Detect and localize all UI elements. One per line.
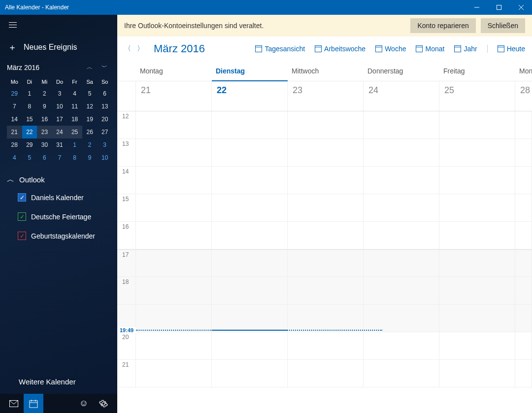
hour-cell[interactable]	[439, 360, 515, 387]
mini-day-cell[interactable]: 7	[52, 151, 67, 164]
hour-cell[interactable]	[364, 194, 439, 221]
day-header[interactable]: Mittwoch	[288, 61, 364, 81]
hour-cell[interactable]	[439, 194, 515, 221]
hour-row[interactable]: 13	[117, 139, 532, 167]
allday-cell-today[interactable]: 22	[212, 81, 288, 111]
mini-day-cell[interactable]: 9	[37, 100, 52, 113]
mini-day-cell[interactable]: 18	[67, 113, 82, 126]
hour-cell[interactable]	[439, 167, 515, 194]
hour-cell[interactable]	[364, 139, 439, 166]
allday-cell[interactable]: 21	[136, 81, 212, 111]
hour-cell[interactable]	[439, 332, 515, 359]
hour-cell[interactable]	[212, 277, 288, 304]
hour-cell[interactable]	[212, 111, 288, 138]
mini-day-cell[interactable]: 26	[82, 126, 98, 138]
mini-day-cell[interactable]: 5	[82, 87, 98, 100]
section-toggle[interactable]: ︿ Outlook	[7, 175, 110, 184]
repair-account-button[interactable]: Konto reparieren	[410, 18, 475, 33]
mini-day-cell[interactable]: 16	[37, 113, 52, 126]
hour-cell[interactable]	[439, 222, 515, 249]
time-grid[interactable]: 121314151617182021 19:49	[117, 111, 532, 413]
hour-cell[interactable]	[515, 360, 532, 387]
hour-cell[interactable]	[136, 277, 212, 304]
hour-cell[interactable]	[288, 167, 364, 194]
hour-cell[interactable]	[288, 139, 364, 166]
hour-cell[interactable]	[515, 167, 532, 194]
mini-day-cell[interactable]: 2	[37, 87, 52, 100]
mini-prev-icon[interactable]: ︿	[87, 63, 93, 71]
hour-cell[interactable]	[439, 111, 515, 138]
checkbox-icon[interactable]: ✓	[18, 193, 26, 202]
mini-day-cell[interactable]: 6	[97, 87, 112, 100]
week-view-button[interactable]: Woche	[375, 45, 406, 53]
hour-cell[interactable]	[515, 277, 532, 304]
hour-cell[interactable]	[515, 194, 532, 221]
day-header[interactable]: Donnerstag	[364, 61, 439, 81]
hour-cell[interactable]	[439, 139, 515, 166]
hour-cell[interactable]	[136, 139, 212, 166]
day-header[interactable]: Montag	[136, 61, 212, 81]
hour-row[interactable]: 12	[117, 111, 532, 139]
mini-next-icon[interactable]: ﹀	[101, 63, 107, 71]
mini-day-cell[interactable]: 7	[7, 100, 22, 113]
mini-day-cell[interactable]: 28	[7, 138, 22, 151]
mini-day-cell[interactable]: 1	[22, 87, 37, 100]
mini-day-cell[interactable]: 14	[7, 113, 22, 126]
mini-day-cell[interactable]: 31	[52, 138, 67, 151]
mini-day-cell[interactable]: 4	[67, 87, 82, 100]
hour-cell[interactable]	[364, 222, 439, 249]
hour-cell[interactable]	[288, 332, 364, 359]
hour-cell[interactable]	[212, 332, 288, 359]
mini-day-cell[interactable]: 19	[82, 113, 98, 126]
hour-cell[interactable]	[439, 277, 515, 304]
mini-day-cell[interactable]: 1	[67, 138, 82, 151]
hour-cell[interactable]	[212, 194, 288, 221]
next-period-button[interactable]: 〉	[137, 44, 144, 53]
hour-cell[interactable]	[136, 111, 212, 138]
day-header[interactable]: Freitag	[439, 61, 515, 81]
hour-cell[interactable]	[136, 222, 212, 249]
hour-cell[interactable]	[288, 250, 364, 276]
hour-cell[interactable]	[364, 360, 439, 387]
prev-period-button[interactable]: 〈	[124, 44, 131, 53]
mini-day-cell[interactable]: 11	[67, 100, 82, 113]
mini-day-cell[interactable]: 8	[67, 151, 82, 164]
hour-row[interactable]: 21	[117, 360, 532, 387]
hour-cell[interactable]	[288, 360, 364, 387]
hour-cell[interactable]	[212, 250, 288, 276]
close-notification-button[interactable]: Schließen	[481, 18, 525, 33]
hour-cell[interactable]	[288, 194, 364, 221]
mail-icon[interactable]	[4, 394, 24, 413]
checkbox-icon[interactable]: ✓	[18, 232, 26, 240]
mini-day-cell[interactable]: 17	[52, 113, 67, 126]
calendar-item[interactable]: ✓ Daniels Kalender	[18, 193, 110, 202]
mini-day-cell[interactable]: 13	[97, 100, 112, 113]
calendar-item[interactable]: ✓ Deutsche Feiertage	[18, 212, 110, 221]
mini-day-cell[interactable]: 21	[7, 126, 22, 138]
hour-cell[interactable]	[364, 250, 439, 276]
hour-cell[interactable]	[364, 111, 439, 138]
month-title[interactable]: März 2016	[154, 42, 205, 55]
hour-row[interactable]: 16	[117, 222, 532, 249]
close-button[interactable]	[510, 0, 532, 15]
mini-day-cell[interactable]: 10	[97, 151, 112, 164]
hour-cell[interactable]	[515, 332, 532, 359]
hour-cell[interactable]	[515, 111, 532, 138]
mini-month-label[interactable]: März 2016	[7, 64, 87, 71]
calendar-item[interactable]: ✓ Geburtstagskalender	[18, 232, 110, 240]
hour-cell[interactable]	[364, 277, 439, 304]
hour-cell[interactable]	[515, 250, 532, 276]
mini-day-cell[interactable]: 27	[97, 126, 112, 138]
checkbox-icon[interactable]: ✓	[18, 212, 26, 221]
hour-cell[interactable]	[515, 139, 532, 166]
mini-day-cell[interactable]: 10	[52, 100, 67, 113]
hour-cell[interactable]	[136, 332, 212, 359]
feedback-icon[interactable]: ☺	[74, 394, 94, 413]
hour-row[interactable]: 18	[117, 277, 532, 305]
today-button[interactable]: Heute	[487, 45, 525, 53]
hour-row[interactable]: 20	[117, 332, 532, 360]
day-header-today[interactable]: Dienstag	[212, 61, 288, 81]
allday-cell[interactable]: 28	[515, 81, 532, 111]
mini-day-cell[interactable]: 25	[67, 126, 82, 138]
mini-day-cell[interactable]: 22	[22, 126, 37, 138]
